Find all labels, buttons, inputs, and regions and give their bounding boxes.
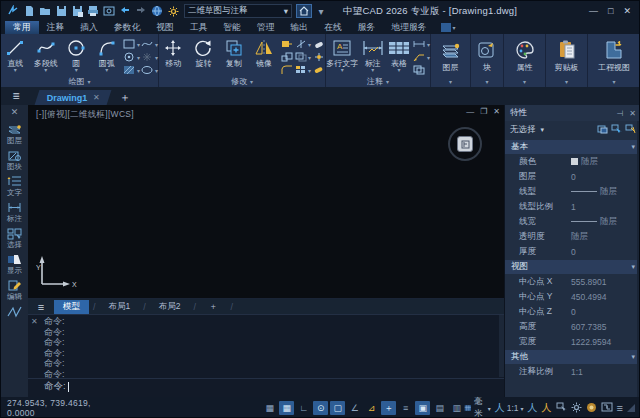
qat-dropdown-icon[interactable]: ▾ (314, 4, 328, 18)
command-window[interactable]: ✕ 命令: 命令: 命令: 命令: 命令: 命令: 命令: (28, 314, 504, 397)
arc-dropdown-icon[interactable]: ▾ (105, 68, 108, 73)
layers-panel-label[interactable]: ▾ (431, 75, 470, 87)
stretch-icon[interactable] (280, 38, 293, 50)
quick-select-icon[interactable] (625, 124, 636, 136)
table-button[interactable]: 表格 ▾ (387, 36, 411, 73)
mtext-dropdown-icon[interactable]: ▾ (341, 68, 344, 73)
circle-dropdown-icon[interactable]: ▾ (75, 68, 78, 73)
tab-output[interactable]: 输出 (283, 21, 317, 34)
tab-annotate[interactable]: 注释 (39, 21, 73, 34)
spline-icon[interactable] (141, 38, 154, 50)
redo-icon[interactable] (134, 4, 148, 18)
selection-dropdown[interactable]: 无选择 ▾ (505, 121, 640, 139)
snap-toggle-icon[interactable]: ▦ (279, 401, 294, 415)
circle-button[interactable]: 圆 ▾ (62, 36, 90, 73)
prop-row-thickness[interactable]: 厚度 0 (505, 244, 640, 259)
new-layout-button[interactable]: ＋ (200, 300, 227, 314)
polar-toggle-icon[interactable]: ⊙ (313, 401, 328, 415)
annotation-scale-selector[interactable]: 人 1:1 ▾ (495, 401, 524, 415)
erase-icon[interactable] (312, 38, 325, 50)
leader-icon[interactable] (413, 51, 426, 63)
settings-gear-icon[interactable] (571, 402, 582, 415)
rotate-button[interactable]: 旋转 (189, 36, 217, 68)
properties-pin-icon[interactable]: ⊣ (616, 109, 623, 118)
annotate-panel-label[interactable]: 注释 ▾ (326, 76, 430, 87)
copy-button[interactable]: 复制 (220, 36, 248, 68)
ellipse-icon[interactable] (141, 64, 154, 76)
isolate-objects-icon[interactable] (586, 402, 597, 415)
preview-icon[interactable] (102, 4, 116, 18)
section-view[interactable]: 视图 ▾ (505, 260, 640, 274)
clipboard-panel-label[interactable]: ▾ (546, 75, 587, 87)
tab-parametric[interactable]: 参数化 (106, 21, 148, 34)
engview-panel-label[interactable]: ▾ (588, 75, 640, 87)
section-basic[interactable]: 基本 ▾ (505, 140, 640, 154)
properties-close-icon[interactable]: ✕ (629, 109, 636, 118)
select-objects-icon[interactable] (611, 124, 622, 136)
layers-button[interactable]: 图层 (434, 36, 468, 72)
line-button[interactable]: 直线 ▾ (1, 36, 29, 73)
array-icon[interactable] (294, 64, 307, 76)
sidebar-item-select[interactable]: 选择 (7, 227, 22, 249)
draw-panel-label[interactable]: 绘图 ▾ (1, 76, 158, 87)
tab-model[interactable]: 模型 (54, 300, 89, 314)
block-button[interactable]: 块 (472, 36, 502, 72)
doc-tab-close-icon[interactable]: ✕ (93, 93, 100, 102)
hatch-icon[interactable] (123, 64, 136, 76)
block-panel-label[interactable]: ▾ (471, 75, 503, 87)
sidebar-item-text[interactable]: 文字 (7, 175, 22, 197)
sidebar-item-blocks[interactable]: 图块 (7, 149, 22, 171)
save-as-icon[interactable] (70, 4, 84, 18)
doc-menu-icon[interactable]: ≡ (1, 87, 31, 105)
ribbon-style-button[interactable] (441, 23, 451, 32)
fillet-icon[interactable] (280, 64, 293, 76)
new-file-icon[interactable] (22, 4, 36, 18)
new-doc-tab-button[interactable]: ＋ (119, 90, 130, 105)
navigation-wheel-hub[interactable] (457, 136, 473, 152)
engview-button[interactable]: 工程视图 (590, 36, 638, 72)
tab-online[interactable]: 在线 (316, 21, 350, 34)
section-misc[interactable]: 其他 ▾ (505, 350, 640, 364)
units-selector[interactable]: 毫米 ▾ (464, 396, 491, 418)
mirror-button[interactable]: 镜像 (250, 36, 278, 68)
prop-row-transparency[interactable]: 透明度 随层 (505, 229, 640, 244)
tab-home[interactable]: 常用 (5, 21, 39, 34)
viewport-controls[interactable]: [-][俯视][二维线框][WCS] (36, 109, 134, 121)
sidebar-item-edit[interactable]: 编辑 (7, 279, 22, 301)
tab-services[interactable]: 服务 (350, 21, 384, 34)
transparency-toggle-icon[interactable]: ▣ (415, 401, 430, 415)
layout-menu-icon[interactable]: ≡ (28, 301, 54, 313)
properties-panel-label[interactable]: ▾ (504, 75, 545, 87)
tab-geo[interactable]: 地理服务 (383, 21, 434, 34)
prop-row-center-x[interactable]: 中心点 X 555.8901 (505, 274, 640, 289)
tab-layout2[interactable]: 布局2 (150, 300, 190, 314)
close-button[interactable]: ✕ (623, 6, 631, 16)
command-close-icon[interactable]: ✕ (31, 317, 38, 326)
ducs-toggle-icon[interactable]: ⊿ (364, 401, 379, 415)
quickprops-toggle-icon[interactable]: ▥ (449, 401, 464, 415)
grid-toggle-icon[interactable]: ▦ (262, 401, 277, 415)
sidebar-item-dimension[interactable]: 标注 (7, 201, 22, 223)
offset-icon[interactable] (294, 51, 307, 63)
trim-icon[interactable] (294, 38, 307, 50)
dimension-dropdown-icon[interactable]: ▾ (371, 68, 374, 73)
navigation-wheel[interactable] (448, 127, 482, 161)
workspace-selector[interactable]: 二维草图与注释 ▾ (184, 4, 292, 18)
maximize-button[interactable]: □ (608, 6, 613, 16)
cycling-toggle-icon[interactable]: ▤ (432, 401, 447, 415)
resize-grip[interactable] (627, 404, 635, 412)
lineweight-toggle-icon[interactable]: ≡ (398, 401, 413, 415)
save-icon[interactable] (54, 4, 68, 18)
sidebar-item-layers[interactable]: 图层 (7, 123, 22, 145)
annotation-autoscale-icon[interactable]: 人 (542, 401, 552, 415)
osnap-toggle-icon[interactable]: ▢ (330, 401, 345, 415)
prop-row-lineweight[interactable]: 线宽 随层 (505, 214, 640, 229)
mtext-button[interactable]: A 多行文字 ▾ (326, 36, 359, 73)
tab-layout1[interactable]: 布局1 (100, 300, 140, 314)
polyline-dropdown-icon[interactable]: ▾ (44, 68, 47, 73)
tab-manage[interactable]: 管理 (249, 21, 283, 34)
toggle-pickadd-icon[interactable] (597, 124, 608, 136)
prop-row-height[interactable]: 高度 607.7385 (505, 319, 640, 334)
properties-button[interactable]: 属性 (508, 36, 542, 72)
plot-icon[interactable] (86, 4, 100, 18)
